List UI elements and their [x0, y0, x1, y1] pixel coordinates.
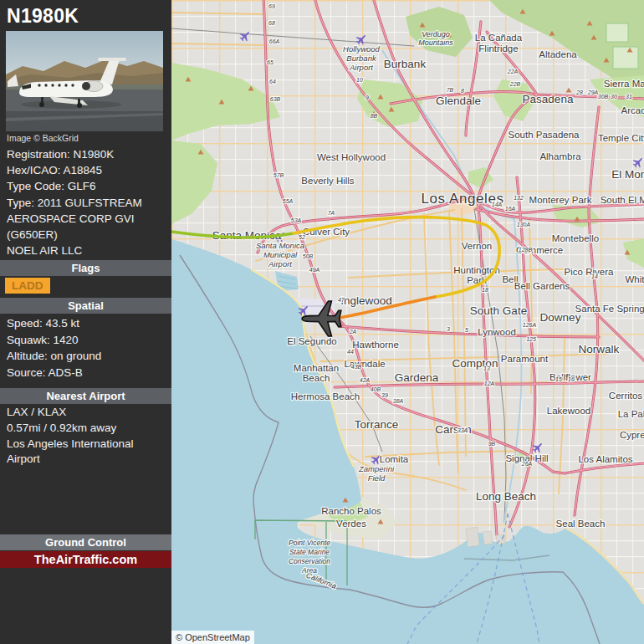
airport-label: Municipal [263, 250, 298, 259]
city-label: Los Alamitos [578, 454, 632, 464]
exit-number-label: 8B [371, 113, 378, 119]
exit-number-label: 12A [484, 381, 495, 386]
city-label: Lynwood [478, 327, 516, 337]
exit-number-label: 42A [360, 377, 371, 383]
city-label: Hermosa Beach [291, 391, 360, 401]
exit-number-label: 65 [267, 59, 273, 65]
city-label: Paramount [501, 354, 549, 364]
aircraft-info: Registration: N1980K Hex/ICAO: A18845 Ty… [7, 146, 166, 258]
exit-number-label: 126A [523, 322, 537, 328]
city-label: Alhambra [539, 151, 581, 161]
exit-number-label: 8 [461, 88, 464, 94]
exit-number-label: 128B [519, 247, 533, 253]
city-label: Monterey Park [529, 195, 592, 205]
exit-number-label: 50B [303, 253, 314, 259]
exit-number-label: 14 [591, 273, 598, 279]
city-label: West Hollywood [317, 152, 386, 162]
exit-number-label: 2A [349, 329, 357, 335]
exit-number-label: 18 [482, 287, 488, 293]
city-label: Inglewood [340, 294, 392, 307]
nearest-airport-info: LAX / KLAX 0.57mi / 0.92km away Los Ange… [7, 405, 161, 468]
exit-number-label: 38A [393, 398, 404, 404]
exit-number-label: 55A [283, 198, 294, 204]
aircraft-photo [6, 31, 163, 131]
exit-number-label: 52 [299, 234, 305, 240]
info-registration: Registration: N1980K [7, 146, 166, 162]
city-label: Long Beach [476, 490, 536, 503]
section-header-ground-control: Ground Control [0, 534, 171, 550]
city-label: Beach [303, 373, 330, 383]
exit-number-label: 47 [338, 297, 345, 303]
exit-number-label: 15 [555, 376, 562, 382]
city-label: Pasadena [523, 93, 574, 105]
city-label: Glendale [436, 95, 481, 107]
city-label: Hawthorne [352, 340, 399, 350]
city-label: Temple City [598, 133, 644, 143]
city-label: Lomita [380, 454, 409, 464]
exit-number-label: 57B [273, 172, 284, 178]
map-attribution[interactable]: © OpenStreetMap [171, 631, 254, 644]
exit-number-label: 39 [381, 392, 388, 398]
city-label: Vernon [462, 241, 492, 251]
exit-number-label: 9 [365, 95, 369, 100]
exit-number-label: 9B [488, 441, 496, 447]
exit-number-label: 22A [507, 69, 519, 74]
app-window: N1980K [0, 0, 644, 644]
airport-label: Burbank [346, 54, 377, 63]
page-title: N1980K [7, 5, 79, 28]
city-label: La Cañada [475, 33, 523, 43]
site-link[interactable]: TheAirTraffic.com [0, 551, 171, 568]
map-canvas[interactable]: Los AngelesSanta MonicaBurbankGlendalePa… [171, 0, 644, 644]
city-label: Gardena [395, 371, 439, 384]
exit-number-label: 22B [509, 81, 521, 87]
city-label: Cerritos [609, 391, 643, 401]
exit-number-label: 10 [356, 77, 363, 83]
spatial-altitude: Altitude: on ground [7, 348, 166, 365]
city-label: La Palma [618, 409, 644, 419]
city-label: Manhattan [294, 363, 339, 373]
flag-badge-ladd: LADD [5, 278, 50, 294]
spatial-speed: Speed: 43.5 kt [7, 315, 166, 332]
exit-number-label: 130A [517, 222, 531, 227]
exit-number-label: 14A [492, 202, 503, 207]
exit-number-label: 53A [291, 217, 302, 223]
airport-label: Airport [268, 259, 292, 268]
exit-number-label: 29A [587, 89, 599, 95]
area-label: Point Vicente [289, 539, 330, 547]
exit-number-label: 49A [309, 267, 320, 273]
airport-label: Field [368, 473, 386, 483]
area-label: Conservation [289, 557, 330, 565]
city-label: Torrance [355, 418, 399, 431]
city-label: Compton [452, 357, 498, 370]
exit-number-label: 31 [626, 94, 632, 100]
city-label: Altadena [539, 49, 577, 59]
city-label: Bell Gardens [514, 281, 570, 291]
area-label: Verdugo [422, 30, 450, 38]
info-hex-icao: Hex/ICAO: A18845 [7, 162, 166, 178]
city-label: Seal Beach [556, 519, 606, 529]
nearest-airport-distance: 0.57mi / 0.92km away [7, 421, 161, 437]
spatial-info: Speed: 43.5 kt Squawk: 1420 Altitude: on… [7, 315, 166, 381]
city-label: Pico Rivera [565, 267, 614, 277]
exit-number-label: 44 [347, 349, 354, 355]
city-label: Lakewood [547, 406, 590, 416]
exit-number-label: 43B [351, 364, 362, 370]
exit-number-label: 30B [598, 94, 609, 100]
image-credit: Image © BackGrid [7, 133, 79, 143]
nearest-airport-name: Los Angeles International Airport [7, 437, 161, 468]
exit-number-label: 66A [269, 38, 280, 44]
nearest-airport-code: LAX / KLAX [7, 405, 161, 421]
exit-number-label: 69 [268, 3, 275, 9]
city-label: El Monte [611, 168, 644, 181]
spatial-squawk: Squawk: 1420 [7, 332, 166, 349]
city-label: Santa Fe Springs [575, 304, 644, 314]
city-label: Whittier [626, 274, 644, 284]
airport-label: Santa Monica [256, 241, 304, 250]
section-header-flags: Flags [0, 260, 171, 276]
city-label: Burbank [384, 58, 427, 70]
area-label: State Marine [289, 548, 330, 556]
airport-label: Hollywood [343, 44, 381, 54]
city-label: Verdes [336, 519, 366, 529]
city-label: Lawndale [344, 359, 385, 369]
exit-number-label: 125 [526, 336, 536, 342]
